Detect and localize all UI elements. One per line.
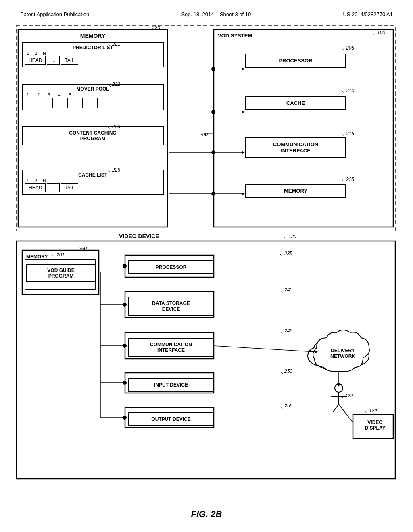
delivery-sub: NETWORK bbox=[330, 353, 355, 359]
mp-cell-5 bbox=[85, 98, 98, 108]
mover-pool-box: MOVER POOL 1 2 3 4 5 bbox=[22, 84, 164, 110]
mp-numbers: 1 2 3 4 5 bbox=[25, 92, 161, 98]
ref-205-label: 205 bbox=[346, 45, 354, 51]
svg-marker-28 bbox=[242, 192, 245, 195]
mp-n4: 4 bbox=[58, 92, 60, 97]
svg-line-31 bbox=[284, 237, 287, 239]
svg-line-9 bbox=[342, 48, 344, 50]
video-display-label: VIDEO bbox=[367, 420, 382, 425]
sheet-label: Sheet 3 of 10 bbox=[220, 11, 251, 17]
svg-marker-66 bbox=[315, 350, 318, 353]
svg-line-40 bbox=[280, 290, 283, 292]
publication-label: Patent Application Publication bbox=[20, 11, 89, 17]
vod-guide-label: VOD GUIDE bbox=[47, 268, 74, 273]
comm-interface-vd-sub: INTERFACE bbox=[157, 347, 185, 353]
mp-n3: 3 bbox=[48, 92, 50, 97]
ref-200-label: 200 bbox=[199, 132, 208, 137]
svg-line-65 bbox=[214, 346, 315, 352]
svg-point-21 bbox=[211, 150, 215, 154]
svg-line-68 bbox=[365, 411, 367, 413]
header-center: Sep. 18, 2014 Sheet 3 of 10 bbox=[181, 11, 251, 17]
pl-tail: TAIL bbox=[61, 56, 78, 65]
svg-point-38 bbox=[123, 264, 127, 268]
processor-box: PROCESSOR bbox=[245, 54, 346, 68]
cl-n1: 1 bbox=[27, 178, 29, 183]
pl-n2: 2 bbox=[35, 51, 37, 56]
delivery-label: DELIVERY bbox=[331, 348, 355, 353]
cache-list-label: CACHE LIST bbox=[25, 172, 161, 178]
comm-interface-top-label: COMMUNICATION bbox=[273, 141, 318, 148]
svg-line-2 bbox=[372, 33, 375, 35]
patent-number: US 2014/0282770 A1 bbox=[343, 11, 393, 17]
header: Patent Application Publication Sep. 18, … bbox=[0, 0, 413, 21]
svg-line-72 bbox=[333, 404, 339, 412]
mp-cells bbox=[25, 98, 161, 108]
ref-255-label: 255 bbox=[284, 403, 292, 409]
pl-dots: ... bbox=[47, 56, 60, 65]
vod-guide-sub: PROGRAM bbox=[48, 273, 74, 279]
svg-point-17 bbox=[211, 110, 215, 114]
vod-guide-box: VOD GUIDE PROGRAM bbox=[26, 264, 96, 282]
comm-interface-vd-box: COMMUNICATION INTERFACE bbox=[128, 338, 214, 357]
mp-cell-2 bbox=[40, 98, 53, 108]
video-display-box: VIDEO DISPLAY bbox=[357, 420, 394, 431]
svg-point-25 bbox=[211, 192, 215, 196]
cl-dots: ... bbox=[47, 183, 60, 192]
pl-numbers: 1 2 N bbox=[25, 50, 161, 56]
svg-line-46 bbox=[280, 372, 283, 374]
mp-cell-4 bbox=[70, 98, 83, 108]
svg-marker-16 bbox=[242, 67, 245, 71]
cl-tail: TAIL bbox=[61, 183, 78, 192]
ref-235-label: 235 bbox=[284, 251, 292, 256]
comm-interface-top-box: COMMUNICATION INTERFACE bbox=[245, 137, 346, 158]
content-caching-box: CONTENT CACHING PROGRAM bbox=[22, 126, 164, 145]
header-right: US 2014/0282770 A1 bbox=[343, 11, 393, 17]
content-caching-sub: PROGRAM bbox=[26, 136, 160, 141]
mover-pool-label: MOVER POOL bbox=[25, 86, 161, 92]
mp-cell-3 bbox=[55, 98, 68, 108]
svg-point-41 bbox=[123, 303, 127, 307]
svg-point-13 bbox=[211, 67, 215, 71]
cl-nn: N bbox=[43, 178, 46, 183]
ref-245-label: 245 bbox=[284, 328, 292, 334]
svg-line-12 bbox=[342, 180, 344, 182]
svg-point-44 bbox=[123, 344, 127, 348]
ref-215-label: 215 bbox=[346, 131, 354, 137]
svg-line-3 bbox=[147, 28, 150, 30]
ref-250-label: 250 bbox=[284, 368, 292, 374]
page: Patent Application Publication Sep. 18, … bbox=[0, 0, 413, 532]
svg-line-37 bbox=[280, 254, 283, 256]
ref-240-label: 240 bbox=[284, 287, 292, 293]
svg-marker-20 bbox=[242, 110, 245, 114]
data-storage-label: DATA STORAGE bbox=[152, 301, 190, 306]
pl-n1: 1 bbox=[27, 51, 29, 56]
cl-numbers: 1 2 N bbox=[25, 178, 161, 183]
predictor-list-label: PREDICTOR LIST bbox=[25, 45, 161, 50]
pl-cells-row: HEAD ... TAIL bbox=[25, 56, 161, 65]
data-storage-box: DATA STORAGE DEVICE bbox=[128, 297, 214, 316]
svg-marker-24 bbox=[242, 151, 245, 154]
svg-line-34 bbox=[52, 255, 55, 257]
ref-260-label: 260 bbox=[78, 246, 87, 251]
mp-n2: 2 bbox=[37, 92, 40, 97]
svg-line-49 bbox=[280, 406, 283, 408]
svg-marker-77 bbox=[337, 383, 340, 387]
vod-system-label: VOD SYSTEM bbox=[218, 33, 252, 39]
ref-210-label: 210 bbox=[346, 88, 354, 94]
output-device-box: OUTPUT DEVICE bbox=[128, 412, 214, 426]
svg-line-33 bbox=[74, 249, 77, 251]
data-storage-sub: DEVICE bbox=[162, 306, 180, 312]
mp-n1: 1 bbox=[27, 92, 29, 97]
cl-head: HEAD bbox=[25, 183, 46, 192]
ref-100-label: 100 bbox=[377, 30, 385, 35]
ref-122-label: 122 bbox=[345, 393, 353, 399]
cache-box: CACHE bbox=[245, 96, 346, 110]
svg-line-43 bbox=[280, 331, 283, 333]
pl-head: HEAD bbox=[25, 56, 46, 65]
cl-n2: 2 bbox=[35, 178, 37, 183]
content-caching-label: CONTENT CACHING bbox=[26, 130, 160, 136]
input-device-box: INPUT DEVICE bbox=[128, 378, 214, 392]
header-left: Patent Application Publication bbox=[20, 11, 89, 17]
delivery-network-label: DELIVERY NETWORK bbox=[323, 348, 363, 359]
memory-vod-box: MEMORY bbox=[245, 184, 346, 198]
